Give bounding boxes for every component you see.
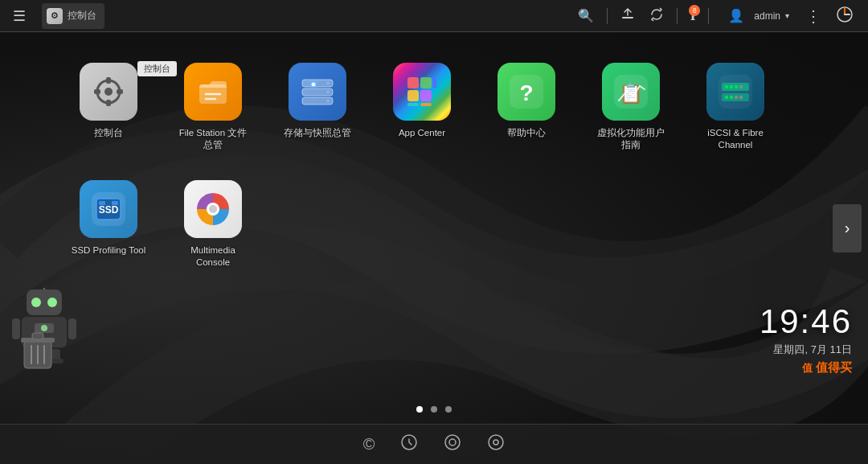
- svg-rect-19: [433, 77, 436, 88]
- svg-point-48: [31, 298, 41, 307]
- svg-rect-56: [68, 318, 76, 339]
- app-grid: 控制台 控制台 File Station 文件总管: [0, 32, 868, 299]
- page-dot-3[interactable]: [445, 406, 452, 413]
- svg-rect-21: [420, 90, 432, 101]
- svg-point-46: [209, 205, 217, 213]
- upload-icon[interactable]: [616, 4, 640, 28]
- taskbar-app-label: 控制台: [68, 9, 96, 23]
- virtual-icon-img: 📋: [602, 63, 660, 121]
- svg-point-69: [449, 439, 456, 446]
- ssd-icon-img: SSD: [80, 180, 137, 238]
- filestation-icon-img: [184, 63, 242, 121]
- app-label-iscsi: iSCSI & Fibre Channel: [698, 127, 773, 151]
- clock-time: 19:46: [760, 302, 852, 341]
- svg-rect-32: [730, 85, 733, 88]
- clock-widget: 19:46 星期四, 7月 11日 值 值得买: [760, 302, 852, 376]
- svg-rect-38: [739, 96, 743, 99]
- app-icon-filestation[interactable]: File Station 文件总管: [169, 56, 257, 158]
- more-options-icon[interactable]: ⋮: [800, 3, 826, 29]
- svg-point-13: [326, 91, 330, 94]
- app-label-virtual: 虚拟化功能用户指南: [593, 127, 669, 151]
- svg-rect-17: [407, 77, 419, 88]
- svg-rect-63: [32, 333, 43, 339]
- app-icon-iscsi[interactable]: iSCSI & Fibre Channel: [691, 56, 780, 158]
- iscsi-icon-img: [706, 63, 764, 121]
- storage-icon-img: [289, 63, 346, 121]
- app-label-multimedia: Multimedia Console: [175, 244, 251, 269]
- svg-rect-43: [112, 201, 118, 205]
- bottom-icon-3[interactable]: [439, 429, 466, 460]
- app-icon-ssd[interactable]: SSD SSD Profiling Tool: [64, 174, 153, 275]
- svg-rect-22: [407, 103, 419, 106]
- clock-date: 星期四, 7月 11日: [760, 343, 852, 357]
- app-label-storage: 存储与快照总管: [284, 127, 351, 139]
- dropdown-icon: ▾: [785, 11, 789, 20]
- multimedia-icon-img: [184, 180, 242, 238]
- svg-rect-6: [94, 89, 100, 94]
- search-icon[interactable]: 🔍: [573, 5, 599, 27]
- svg-rect-23: [420, 103, 432, 106]
- trash-widget[interactable]: [18, 330, 58, 372]
- app-icon-virtual[interactable]: 📋 虚拟化功能用户指南: [587, 56, 675, 158]
- app-label-filestation: File Station 文件总管: [175, 127, 251, 151]
- svg-point-49: [47, 298, 57, 307]
- taskbar-apps: ⚙ 控制台: [39, 3, 563, 29]
- bottom-icon-1[interactable]: ©: [358, 430, 380, 458]
- notification-badge: 8: [689, 5, 700, 16]
- help-icon-img: ?: [497, 63, 555, 121]
- svg-rect-42: [99, 201, 105, 205]
- page-dots: [416, 406, 452, 413]
- divider: [607, 8, 608, 24]
- svg-rect-7: [117, 89, 123, 94]
- control-icon-img: 控制台: [80, 63, 137, 121]
- app-icon-help[interactable]: ? 帮助中心: [482, 56, 571, 158]
- svg-point-3: [104, 88, 113, 96]
- svg-point-68: [445, 435, 460, 450]
- bottom-icon-4[interactable]: [482, 429, 510, 460]
- svg-rect-34: [739, 85, 743, 88]
- nav-arrow-right[interactable]: ›: [833, 204, 862, 253]
- svg-rect-18: [420, 77, 432, 88]
- app-icon-appcenter[interactable]: App Center: [378, 56, 466, 158]
- page-dot-2[interactable]: [431, 406, 437, 413]
- svg-rect-36: [730, 96, 733, 99]
- svg-rect-35: [725, 96, 728, 99]
- taskbar-bottom: ©: [0, 424, 868, 464]
- svg-rect-20: [407, 90, 419, 101]
- notification-icon[interactable]: ℹ 8: [686, 5, 700, 27]
- appcenter-icon-img: [393, 63, 451, 121]
- divider2: [677, 8, 678, 24]
- taskbar-active-app[interactable]: ⚙ 控制台: [42, 3, 104, 29]
- username-label: admin: [754, 10, 780, 22]
- storage-usage-icon[interactable]: [831, 2, 858, 30]
- taskbar-top: ☰ ⚙ 控制台 🔍 ℹ 8 👤 admin ▾ ⋮: [0, 0, 868, 32]
- svg-point-12: [326, 82, 330, 85]
- svg-point-14: [326, 100, 330, 103]
- divider3: [708, 8, 709, 24]
- svg-text:?: ?: [519, 80, 533, 105]
- svg-rect-37: [735, 96, 738, 99]
- bottom-icon-2[interactable]: [395, 429, 423, 460]
- app-icon-storage[interactable]: 存储与快照总管: [273, 56, 362, 158]
- app-icon-control[interactable]: 控制台 控制台: [64, 56, 153, 158]
- sync-icon[interactable]: [645, 4, 669, 28]
- page-dot-1[interactable]: [416, 406, 423, 413]
- svg-rect-5: [106, 100, 111, 106]
- hamburger-menu-icon[interactable]: ☰: [10, 4, 29, 28]
- svg-rect-28: [719, 75, 752, 109]
- user-avatar-icon: 👤: [723, 5, 749, 27]
- taskbar-right: 🔍 ℹ 8 👤 admin ▾ ⋮: [563, 2, 868, 30]
- svg-point-16: [312, 83, 316, 87]
- svg-rect-31: [725, 85, 728, 88]
- app-icon-multimedia[interactable]: Multimedia Console: [169, 174, 257, 275]
- taskbar-app-icon: ⚙: [47, 8, 63, 24]
- user-section[interactable]: 👤 admin ▾: [717, 2, 796, 30]
- svg-rect-4: [106, 77, 111, 84]
- svg-point-70: [489, 435, 503, 450]
- app-label-help: 帮助中心: [507, 127, 546, 139]
- desktop-area: 控制台 控制台 File Station 文件总管: [0, 32, 868, 424]
- svg-rect-0: [622, 17, 633, 18]
- app-label-appcenter: App Center: [399, 127, 445, 139]
- watermark: 值 值得买: [760, 360, 852, 376]
- svg-rect-33: [735, 85, 738, 88]
